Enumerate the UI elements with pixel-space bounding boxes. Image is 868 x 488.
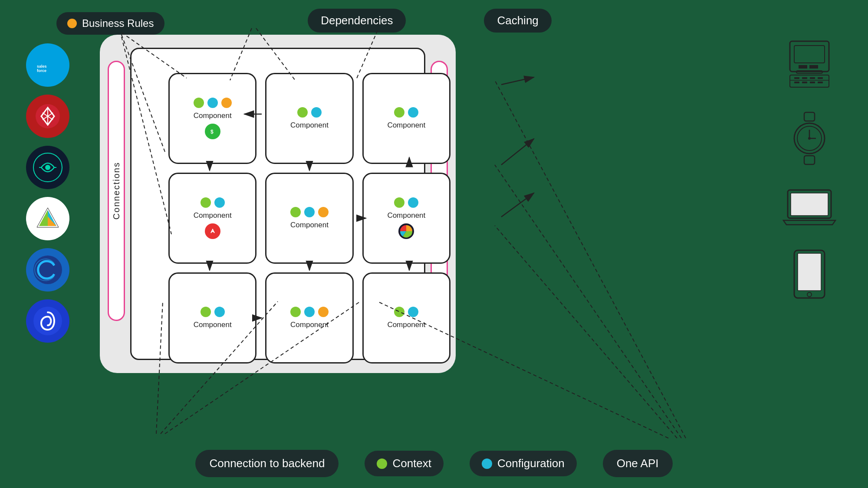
svg-text:force: force <box>37 69 46 73</box>
svg-rect-46 <box>818 82 823 83</box>
svg-rect-35 <box>809 65 818 69</box>
dot-green <box>201 197 211 208</box>
svg-rect-55 <box>791 193 828 216</box>
svg-line-77 <box>495 80 686 438</box>
dot-blue <box>408 107 418 118</box>
component-1-label: Component <box>194 111 232 120</box>
configuration-text: Configuration <box>497 457 565 470</box>
component-7: Component <box>168 272 256 364</box>
component-6-dots <box>394 197 418 208</box>
dot-green <box>394 307 404 317</box>
svg-line-62 <box>501 193 534 217</box>
svg-line-75 <box>495 226 677 438</box>
svg-rect-45 <box>810 82 815 83</box>
connection-backend-label: Connection to backend <box>195 450 339 477</box>
component-9-label: Component <box>387 321 425 329</box>
dot-orange <box>318 207 329 217</box>
salesforce-logo: sales force <box>26 43 69 87</box>
component-2-dots <box>297 107 322 118</box>
tablet-device <box>790 248 829 302</box>
component-1-icon: $ <box>205 124 220 139</box>
svg-line-60 <box>501 77 534 85</box>
component-4: Component <box>168 173 256 264</box>
svg-point-58 <box>807 292 812 297</box>
component-8: Component <box>265 272 353 364</box>
svg-rect-41 <box>810 77 815 79</box>
component-grid: Component $ Component <box>160 64 459 372</box>
svg-rect-48 <box>804 156 815 164</box>
component-4-dots <box>201 197 225 208</box>
dot-green <box>201 307 211 317</box>
component-9: Component <box>362 272 450 364</box>
svg-rect-44 <box>802 82 807 83</box>
svg-rect-57 <box>798 253 821 291</box>
dot-orange <box>318 307 329 317</box>
svg-text:$: $ <box>210 129 214 135</box>
dot-green <box>297 107 308 118</box>
dot-blue <box>304 307 315 317</box>
svg-rect-37 <box>790 75 829 87</box>
component-3-label: Component <box>387 121 425 130</box>
svg-rect-47 <box>804 112 815 121</box>
config-dot <box>482 459 492 469</box>
dot-blue <box>408 307 418 317</box>
caching-label: Caching <box>484 9 551 33</box>
svg-rect-39 <box>794 77 799 79</box>
component-9-dots <box>394 307 418 317</box>
dot-green <box>394 107 404 118</box>
right-devices <box>781 39 838 302</box>
prism-logo <box>26 197 69 240</box>
component-1-dots <box>194 98 232 108</box>
component-8-dots <box>290 307 329 317</box>
component-6-label: Component <box>387 211 425 220</box>
blue-c-logo <box>26 248 69 291</box>
terminal-device <box>786 39 833 93</box>
component-5-dots <box>290 207 329 217</box>
dot-blue <box>408 197 418 208</box>
context-text: Context <box>392 457 431 470</box>
laptop-device <box>781 186 838 231</box>
svg-point-8 <box>45 165 50 170</box>
dependencies-label: Dependencies <box>308 9 406 33</box>
dot-blue <box>214 307 225 317</box>
component-7-dots <box>201 307 225 317</box>
dot-blue <box>304 207 315 217</box>
component-4-icon <box>205 223 220 239</box>
dot-blue <box>311 107 322 118</box>
connections-bar: Connections <box>108 61 125 321</box>
top-labels: Dependencies Caching <box>0 9 868 33</box>
svg-line-61 <box>501 139 534 165</box>
svg-rect-40 <box>802 77 807 79</box>
svg-rect-34 <box>799 65 807 69</box>
configuration-label: Configuration <box>470 451 577 476</box>
svg-rect-42 <box>818 77 823 79</box>
component-6: Component <box>362 173 450 264</box>
red-logo <box>26 95 69 138</box>
dot-green <box>290 307 301 317</box>
component-1: Component $ <box>168 73 256 164</box>
svg-line-76 <box>495 165 681 438</box>
svg-point-17 <box>33 307 62 335</box>
svg-rect-43 <box>794 82 799 83</box>
component-3: Component <box>362 73 450 164</box>
dot-green <box>290 207 301 217</box>
dot-green <box>394 197 404 208</box>
svg-text:sales: sales <box>37 64 47 69</box>
dot-green <box>194 98 204 108</box>
component-6-icon <box>398 223 414 239</box>
one-api-label: One API <box>603 450 673 477</box>
component-8-label: Component <box>290 321 329 329</box>
component-3-dots <box>394 107 418 118</box>
left-logos-container: sales force <box>26 43 69 343</box>
swirl-logo <box>26 299 69 343</box>
dot-blue <box>207 98 218 108</box>
dot-blue <box>214 197 225 208</box>
connections-text: Connections <box>112 162 122 219</box>
main-container: Connections API Component $ <box>100 35 456 373</box>
component-5-label: Component <box>290 221 329 229</box>
bottom-labels: Connection to backend Context Configurat… <box>0 450 868 477</box>
watch-device <box>788 110 831 168</box>
component-5: Component <box>265 173 353 264</box>
context-label: Context <box>365 451 444 476</box>
component-7-label: Component <box>194 321 232 329</box>
